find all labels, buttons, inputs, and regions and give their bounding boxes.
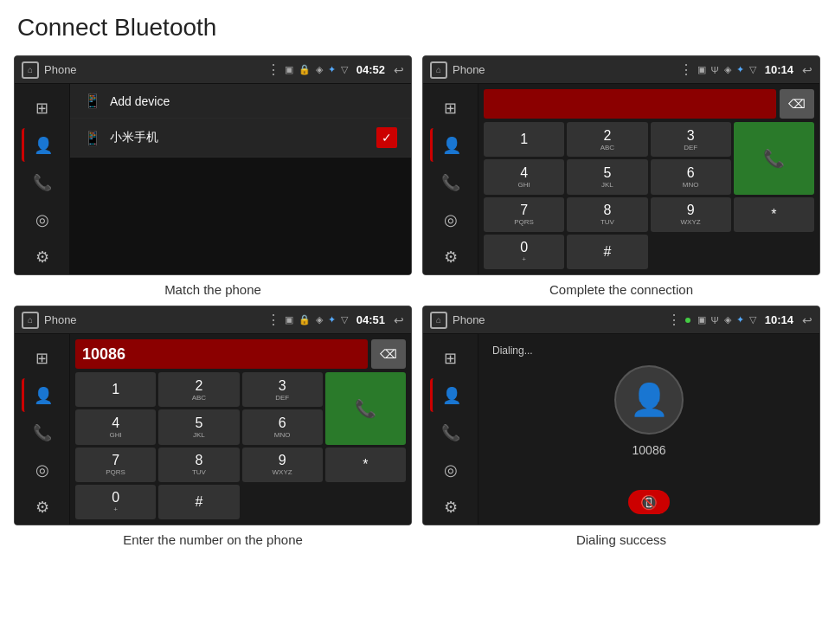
dial-delete-3[interactable]: ⌫ (371, 339, 406, 369)
home-icon-4[interactable]: ⌂ (430, 312, 447, 329)
hangup-icon: 📵 (640, 494, 658, 511)
sidebar-apps-4[interactable]: ⊞ (430, 341, 472, 375)
sidebar-settings-4[interactable]: ⚙ (430, 491, 472, 525)
dial-key-8-2[interactable]: 8TUV (567, 197, 647, 232)
dial-key-6-2[interactable]: 6MNO (651, 159, 731, 194)
home-icon-3[interactable]: ⌂ (22, 312, 39, 329)
dial-key-8-3[interactable]: 8TUV (158, 448, 239, 482)
usb-icon-2: Ψ (711, 65, 719, 75)
sidebar-4: ⊞ 👤 📞 ◎ ⚙ (423, 334, 478, 525)
dial-key-hash-2[interactable]: # (567, 235, 647, 269)
time-4: 10:14 (765, 313, 793, 326)
sidebar-bt-4[interactable]: ◎ (430, 454, 472, 487)
sidebar-contacts-4[interactable]: 👤 (430, 378, 472, 412)
panel-2: ⌂ Phone ⋮ ▣ Ψ ◈ ✦ ▽ 10:14 ↩ ⊞ 👤 📞 (422, 55, 820, 297)
sidebar-calls-4[interactable]: 📞 (430, 415, 472, 449)
home-icon-2[interactable]: ⌂ (430, 61, 447, 79)
sidebar-settings-2[interactable]: ⚙ (430, 241, 472, 274)
green-dot-4 (685, 318, 690, 323)
dial-call-2[interactable]: 📞 (734, 122, 814, 195)
sidebar-contacts-2[interactable]: 👤 (430, 128, 472, 162)
sidebar-1: ⊞ 👤 📞 ◎ ⚙ (15, 84, 70, 274)
back-icon-1[interactable]: ↩ (394, 63, 404, 77)
dial-key-5-2[interactable]: 5JKL (567, 159, 647, 194)
sidebar-settings-1[interactable]: ⚙ (22, 241, 63, 274)
menu-icon-2[interactable]: ⋮ (679, 61, 692, 78)
sidebar-calls-2[interactable]: 📞 (430, 165, 472, 199)
sidebar-apps-2[interactable]: ⊞ (430, 91, 472, 125)
device-list-area: 📱 Add device 📱 小米手机 ✓ (70, 84, 411, 274)
topbar-label-1: Phone (44, 63, 261, 76)
sidebar-calls-3[interactable]: 📞 (22, 415, 63, 449)
dialing-status: Dialing... (492, 345, 533, 357)
topbar-2: ⌂ Phone ⋮ ▣ Ψ ◈ ✦ ▽ 10:14 ↩ (423, 56, 819, 84)
dial-key-9-3[interactable]: 9WXYZ (242, 448, 323, 482)
lock-icon-3: 🔒 (299, 314, 311, 325)
home-icon-1[interactable]: ⌂ (22, 61, 39, 79)
sidebar-settings-3[interactable]: ⚙ (22, 491, 63, 525)
hangup-button[interactable]: 📵 (628, 490, 670, 514)
topbar-1: ⌂ Phone ⋮ ▣ 🔒 ◈ ✦ ▽ 04:52 ↩ (15, 56, 411, 84)
xiaomi-device-item[interactable]: 📱 小米手机 ✓ (70, 119, 411, 158)
dial-key-1-2[interactable]: 1 (484, 122, 564, 157)
topbar-4: ⌂ Phone ⋮ ▣ Ψ ◈ ✦ ▽ 10:14 ↩ (423, 306, 819, 334)
dial-key-9-2[interactable]: 9WXYZ (651, 197, 731, 232)
sidebar-calls-1[interactable]: 📞 (22, 165, 63, 199)
sidebar-apps-1[interactable]: ⊞ (22, 91, 63, 125)
sidebar-apps-3[interactable]: ⊞ (22, 341, 63, 375)
bt-icon-4: ✦ (736, 314, 744, 325)
dial-display-2[interactable] (484, 89, 776, 119)
dial-key-7-3[interactable]: 7PQRS (75, 448, 156, 482)
dialpad-3: 10086 ⌫ 1 2ABC 3DEF 📞 4GHI 5JKL 6MNO (70, 334, 411, 525)
back-icon-4[interactable]: ↩ (802, 313, 812, 327)
dial-key-4-3[interactable]: 4GHI (75, 409, 156, 444)
dial-key-3-3[interactable]: 3DEF (242, 372, 323, 407)
dial-display-3[interactable]: 10086 (75, 339, 368, 369)
phone-icon-device: 📱 (84, 130, 101, 146)
sidebar-3: ⊞ 👤 📞 ◎ ⚙ (15, 334, 70, 525)
sidebar-bt-1[interactable]: ◎ (22, 203, 63, 237)
image-icon-2: ▣ (697, 64, 706, 75)
image-icon-1: ▣ (285, 64, 293, 75)
dial-key-6-3[interactable]: 6MNO (242, 409, 323, 444)
dial-key-0-3[interactable]: 0+ (75, 485, 156, 519)
dial-key-7-2[interactable]: 7PQRS (484, 197, 564, 232)
dial-key-0-2[interactable]: 0+ (484, 235, 564, 269)
dial-key-5-3[interactable]: 5JKL (158, 409, 239, 444)
dial-call-3[interactable]: 📞 (325, 372, 406, 445)
phone-icon-add: 📱 (84, 93, 101, 109)
back-icon-2[interactable]: ↩ (802, 63, 812, 77)
dialpad-area-3: 10086 ⌫ 1 2ABC 3DEF 📞 4GHI 5JKL 6MNO (70, 334, 411, 525)
dial-key-star-3[interactable]: * (325, 448, 406, 482)
dial-key-1-3[interactable]: 1 (75, 372, 156, 407)
caption-3: Enter the number on the phone (123, 532, 303, 547)
sidebar-bt-3[interactable]: ◎ (22, 454, 63, 487)
signal-icon-3: ▽ (341, 314, 348, 325)
dialpad-2: ⌫ 1 2ABC 3DEF 📞 4GHI 5JKL 6MNO 7PQRS (478, 84, 819, 274)
time-3: 04:51 (356, 313, 385, 326)
panel-4: ⌂ Phone ⋮ ▣ Ψ ◈ ✦ ▽ 10:14 ↩ ⊞ 👤 � (422, 306, 820, 547)
usb-icon-4: Ψ (711, 315, 719, 325)
dial-input-row-3: 10086 ⌫ (75, 339, 406, 369)
dial-key-4-2[interactable]: 4GHI (484, 159, 564, 194)
menu-icon-4[interactable]: ⋮ (667, 312, 680, 328)
lock-icon-1: 🔒 (299, 64, 311, 75)
dial-key-2-3[interactable]: 2ABC (158, 372, 239, 407)
phone-ui-1: ⌂ Phone ⋮ ▣ 🔒 ◈ ✦ ▽ 04:52 ↩ ⊞ 👤 (14, 55, 412, 275)
sidebar-bt-2[interactable]: ◎ (430, 203, 472, 237)
dial-key-star-2[interactable]: * (734, 197, 814, 232)
menu-icon-1[interactable]: ⋮ (267, 61, 279, 78)
add-device-item[interactable]: 📱 Add device (70, 84, 411, 119)
dial-key-hash-3[interactable]: # (158, 485, 239, 519)
dial-key-3-2[interactable]: 3DEF (651, 122, 731, 157)
caption-1: Match the phone (164, 282, 261, 297)
sidebar-contacts-1[interactable]: 👤 (22, 128, 63, 162)
device-check[interactable]: ✓ (376, 127, 397, 148)
back-icon-3[interactable]: ↩ (394, 313, 404, 327)
menu-icon-3[interactable]: ⋮ (267, 312, 279, 328)
dial-key-2-2[interactable]: 2ABC (567, 122, 647, 157)
dialpad-grid-3: 1 2ABC 3DEF 📞 4GHI 5JKL 6MNO 7PQRS 8TUV … (75, 372, 406, 519)
phone-body-3: ⊞ 👤 📞 ◎ ⚙ 10086 ⌫ 1 (15, 334, 411, 525)
dial-delete-2[interactable]: ⌫ (780, 89, 814, 119)
sidebar-contacts-3[interactable]: 👤 (22, 378, 63, 412)
